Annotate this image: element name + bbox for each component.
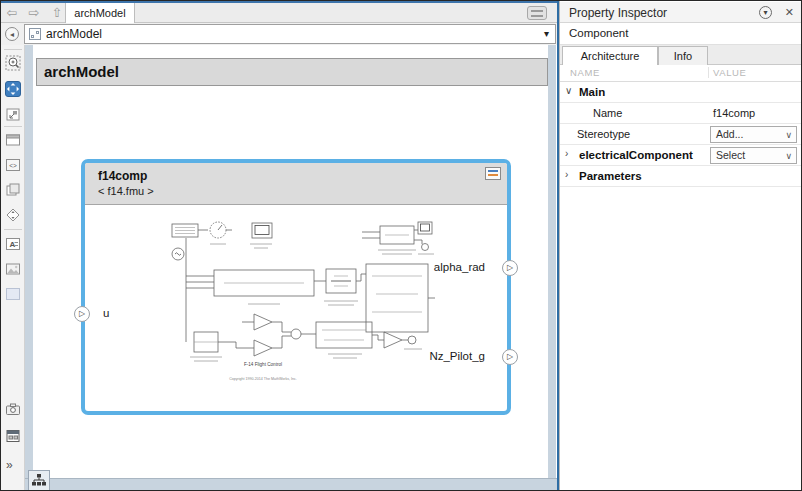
camera-icon — [5, 401, 21, 417]
palette-toolstrip: <> A — [1, 45, 25, 490]
port-triangle-icon: ▷ — [507, 352, 513, 361]
breadcrumb-nav-button[interactable]: ◂ — [5, 27, 19, 41]
section-main-label: Main — [579, 86, 605, 98]
toolstrip-divider — [4, 49, 22, 50]
row-name: Name f14comp — [560, 103, 802, 124]
out-port-alpha-rad[interactable]: ▷ — [502, 260, 518, 276]
screenshot-button[interactable] — [5, 107, 21, 123]
model-canvas: archModel f14comp < f14.fmu > — [25, 45, 557, 478]
property-inspector-panel: Property Inspector ▾ ✕ Component Archite… — [559, 1, 802, 491]
code-view-button[interactable]: <> — [5, 157, 21, 173]
chevron-right-icon: › — [565, 148, 568, 159]
image-icon — [5, 261, 21, 277]
duplicate-icon — [5, 182, 21, 198]
annotation-icon: A — [5, 236, 21, 252]
tab-info[interactable]: Info — [658, 46, 708, 65]
image-button[interactable] — [5, 261, 21, 277]
row-stereotype: Stereotype Add... ∨ — [560, 124, 802, 145]
up-to-parent-button[interactable]: ⇧ — [48, 4, 66, 22]
expand-toolstrip-button[interactable]: » — [6, 459, 13, 471]
duplicate-button[interactable] — [5, 182, 21, 198]
f14-model-thumbnail: F-14 Flight Control Copyright 1990-2014 … — [166, 214, 436, 392]
panel-close-button[interactable]: ✕ — [785, 6, 794, 19]
back-arrow-icon: ⇦ — [7, 5, 18, 20]
section-parameters-label: Parameters — [579, 170, 642, 182]
out-port-nz-pilot-g-label: Nz_Pilot_g — [395, 350, 485, 362]
chevron-down-icon: ∨ — [565, 85, 572, 96]
section-electrical-label: electricalComponent — [579, 149, 693, 161]
property-name-label: Name — [593, 107, 622, 119]
breadcrumb-dropdown-icon[interactable]: ▾ — [544, 28, 549, 39]
column-value: VALUE — [708, 67, 746, 78]
context-label: Component — [569, 27, 628, 39]
tab-archmodel[interactable]: archModel — [65, 3, 135, 23]
viewport-icon — [5, 132, 21, 148]
out-port-alpha-rad-label: alpha_rad — [395, 261, 485, 273]
tab-architecture[interactable]: Architecture — [562, 46, 658, 66]
zoom-region-button[interactable] — [5, 55, 21, 71]
column-name: NAME — [570, 67, 600, 78]
breadcrumb-input[interactable]: archModel ▾ — [24, 24, 556, 44]
code-view-icon: <> — [5, 157, 21, 173]
up-arrow-icon: ⇧ — [52, 5, 63, 20]
zoom-region-icon — [5, 55, 21, 71]
component-f14comp[interactable]: f14comp < f14.fmu > — [81, 159, 511, 415]
camera-button[interactable] — [5, 401, 21, 417]
thumbnail-title: F-14 Flight Control — [244, 362, 282, 367]
property-inspector-titlebar: Property Inspector ▾ ✕ — [560, 2, 802, 23]
toolstrip-divider — [4, 229, 22, 230]
row-parameters-section[interactable]: › Parameters — [560, 166, 802, 187]
canvas-left-margin — [25, 45, 33, 478]
tab-list-button[interactable] — [527, 6, 547, 20]
context-row: Component — [560, 23, 802, 45]
viewport-button[interactable] — [5, 132, 21, 148]
model-block-icon — [29, 28, 41, 40]
thumbnail-copyright: Copyright 1990-2014 The MathWorks, Inc. — [229, 377, 297, 381]
annotation-button[interactable]: A — [5, 236, 21, 252]
component-icon — [5, 428, 21, 444]
document-tab-bar: ⇦ ⇨ ⇧ archModel — [1, 3, 557, 23]
row-electrical-component[interactable]: › electricalComponent Select ∨ — [560, 145, 802, 166]
panel-collapse-button[interactable]: ▾ — [759, 6, 772, 19]
screenshot-icon — [5, 107, 21, 123]
component-name: f14comp — [98, 169, 147, 183]
row-main-section[interactable]: ∨ Main — [560, 82, 802, 103]
component-type-label: < f14.fmu > — [98, 185, 154, 197]
breadcrumb-model-name: archModel — [46, 27, 102, 41]
breadcrumb-nav-icon: ◂ — [10, 30, 14, 39]
component-header: f14comp < f14.fmu > — [85, 163, 507, 205]
inspector-tabs: Architecture Info — [560, 45, 802, 65]
fit-to-view-icon — [5, 81, 21, 97]
hierarchy-tree-icon — [29, 471, 49, 489]
stereotype-dropdown-value: Add... — [716, 128, 743, 140]
chevron-down-circle-icon: ▾ — [763, 8, 767, 17]
double-chevron-icon: » — [6, 458, 13, 472]
fit-to-view-button[interactable] — [5, 81, 21, 97]
area-button[interactable] — [5, 286, 21, 302]
component-button[interactable] — [5, 428, 21, 444]
hierarchy-view-button[interactable] — [28, 470, 50, 490]
auto-arrange-icon — [5, 207, 21, 223]
auto-arrange-button[interactable] — [5, 207, 21, 223]
grid-header: NAME VALUE — [560, 65, 802, 82]
out-port-nz-pilot-g[interactable]: ▷ — [502, 349, 518, 365]
in-port-u[interactable]: ▷ — [74, 306, 90, 322]
canvas-status-bar — [25, 478, 557, 490]
toolstrip-divider — [4, 126, 22, 127]
canvas-model-title: archModel — [36, 58, 548, 86]
property-name-value[interactable]: f14comp — [713, 107, 755, 119]
forward-button[interactable]: ⇨ — [25, 4, 43, 22]
electrical-component-dropdown[interactable]: Select ∨ — [710, 147, 797, 164]
back-button[interactable]: ⇦ — [3, 4, 21, 22]
chevron-right-icon: › — [565, 169, 568, 180]
tab-list-icon — [531, 10, 543, 12]
stereotype-dropdown[interactable]: Add... ∨ — [710, 126, 797, 143]
dropdown-chevron-icon: ∨ — [785, 149, 792, 164]
port-triangle-icon: ▷ — [79, 309, 85, 318]
tab-list-icon-line — [531, 15, 543, 17]
dropdown-chevron-icon: ∨ — [785, 128, 792, 143]
annotation-letter: A — [10, 240, 16, 249]
code-glyph: <> — [9, 162, 17, 169]
forward-arrow-icon: ⇨ — [29, 5, 40, 20]
property-stereotype-label: Stereotype — [577, 128, 630, 140]
